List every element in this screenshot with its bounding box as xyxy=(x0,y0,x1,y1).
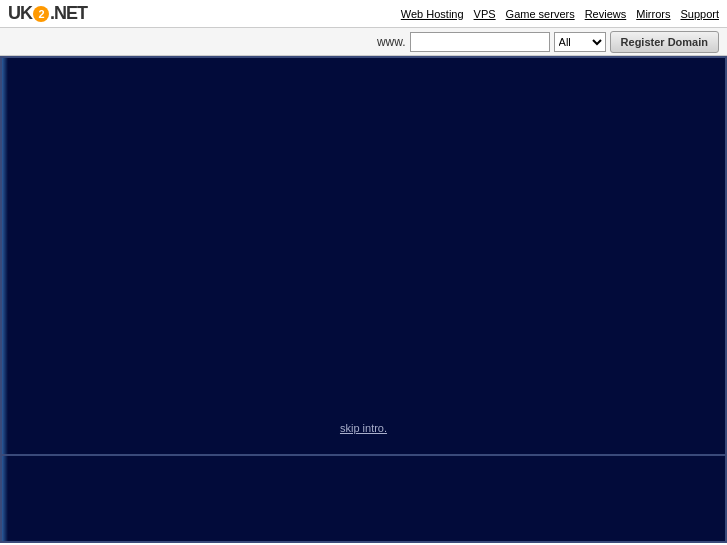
logo-net-text: .NET xyxy=(50,3,87,24)
logo-circle-2: 2 xyxy=(33,6,49,22)
header: UK2.NET Web Hosting VPS Game servers Rev… xyxy=(0,0,727,28)
nav-support[interactable]: Support xyxy=(680,8,719,20)
register-domain-button[interactable]: Register Domain xyxy=(610,31,719,53)
nav-game-servers[interactable]: Game servers xyxy=(506,8,575,20)
domain-select[interactable]: All .com .co.uk .net .org .info .biz xyxy=(554,32,606,52)
skip-intro-link[interactable]: skip intro. xyxy=(340,422,387,434)
logo: UK2.NET xyxy=(8,3,87,24)
nav-reviews[interactable]: Reviews xyxy=(585,8,627,20)
domain-input[interactable] xyxy=(410,32,550,52)
nav-mirrors[interactable]: Mirrors xyxy=(636,8,670,20)
main-content-area: skip intro. xyxy=(0,56,727,456)
logo-uk-text: UK xyxy=(8,3,32,24)
bottom-section xyxy=(0,456,727,543)
nav-links: Web Hosting VPS Game servers Reviews Mir… xyxy=(401,8,719,20)
nav-web-hosting[interactable]: Web Hosting xyxy=(401,8,464,20)
nav-vps[interactable]: VPS xyxy=(474,8,496,20)
domain-bar: www. All .com .co.uk .net .org .info .bi… xyxy=(0,28,727,56)
domain-prefix-label: www. xyxy=(377,35,406,49)
